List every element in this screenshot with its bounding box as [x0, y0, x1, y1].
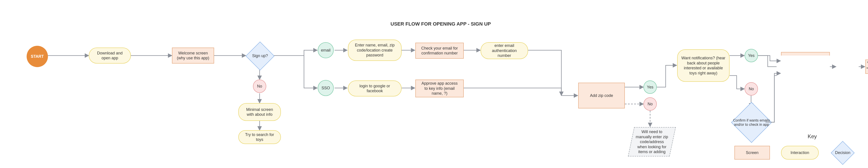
how-it-works-2-final: How it works 2: [836, 60, 859, 74]
signup-decision: Sign up?: [246, 41, 275, 71]
sso-badge: SSO: [318, 80, 334, 96]
legend-interaction: Interaction: [781, 146, 819, 160]
enter-details: Enter name, email, zip code/location cre…: [348, 39, 402, 61]
check-email: Check your email for confirmation number: [415, 43, 464, 59]
start-node: START: [27, 46, 48, 67]
welcome-screen: Welcome screen (why use this app): [172, 48, 214, 63]
legend-decision: Decision: [831, 141, 855, 165]
notifications-question: Want notifications? (hear back about peo…: [677, 49, 730, 82]
page-title: USER FLOW FOR OPENING APP - SIGN UP: [391, 21, 491, 27]
no-badge-3: No: [745, 82, 758, 95]
signup-decision-label: Sign up?: [249, 54, 271, 58]
legend-decision-label: Decision: [829, 150, 856, 155]
legend-title: Key: [808, 133, 817, 140]
no-badge-2: No: [644, 97, 657, 111]
zip-note: Will need to manually enter zip code/add…: [628, 127, 676, 157]
no-badge: No: [253, 80, 266, 93]
approve-access: Approve app access to key info (email na…: [415, 80, 464, 97]
legend-screen: Screen: [735, 146, 770, 160]
email-badge: email: [318, 42, 334, 58]
flow-canvas: USER FLOW FOR OPENING APP - SIGN UP: [0, 0, 868, 168]
login-sso: login to google or facebook: [348, 80, 402, 96]
confirm-decision: Confirm if wants emails and/or to check …: [731, 102, 772, 143]
enter-auth: enter email authentication number: [480, 42, 528, 59]
yes-badge-1: Yes: [644, 80, 657, 94]
congrats-how1-final: Congratulations, you can now start looki…: [781, 52, 830, 81]
how-it-works-3-final: How it works 3: [865, 60, 868, 74]
confirm-decision-label: Confirm if wants emails and/or to check …: [729, 118, 774, 127]
yes-badge-2: Yes: [745, 49, 758, 62]
minimal-info: Minimal screen with about info: [238, 103, 281, 121]
add-zip: Add zip code: [578, 83, 625, 108]
try-search-toys: Try to search for toys: [238, 130, 281, 144]
download-open-app: Download and open app: [89, 48, 131, 63]
